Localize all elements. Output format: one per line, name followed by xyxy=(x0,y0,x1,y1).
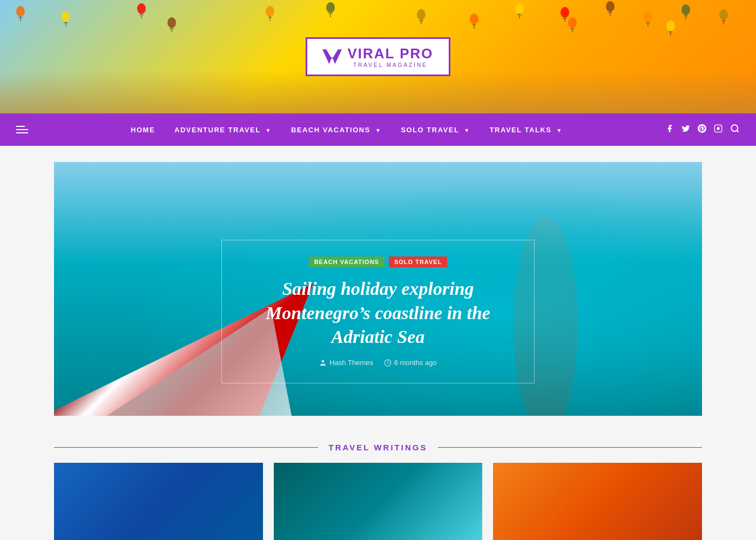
section-line-left xyxy=(54,447,318,448)
pinterest-link[interactable] xyxy=(698,124,706,135)
svg-line-7 xyxy=(64,22,66,23)
featured-title: Sailing holiday exploring Montenegro’s c… xyxy=(254,277,502,349)
featured-section: BEACH VACATIONS SOLO TRAVEL Sailing holi… xyxy=(0,146,756,427)
author-name: Hash Themes xyxy=(329,359,373,367)
balloon-decoration xyxy=(166,17,177,35)
svg-line-44 xyxy=(610,12,612,13)
svg-point-1 xyxy=(16,6,25,17)
twitter-icon xyxy=(681,124,690,133)
svg-point-21 xyxy=(326,2,335,13)
featured-content: BEACH VACATIONS SOLO TRAVEL Sailing holi… xyxy=(54,240,702,416)
nav-beach-vacations[interactable]: BEACH VACATIONS ▼ xyxy=(291,126,381,134)
featured-frame: BEACH VACATIONS SOLO TRAVEL Sailing holi… xyxy=(221,240,535,383)
svg-point-29 xyxy=(470,14,478,24)
pinterest-icon xyxy=(698,124,706,133)
svg-point-49 xyxy=(681,4,690,15)
balloon-decoration xyxy=(416,9,427,27)
svg-line-64 xyxy=(671,31,673,32)
svg-point-9 xyxy=(137,3,146,14)
section-line-right xyxy=(438,447,702,448)
svg-line-15 xyxy=(170,28,172,29)
author-meta: Hash Themes xyxy=(319,359,373,367)
time-ago: 6 months ago xyxy=(394,359,437,367)
section-title: TRAVEL WRITINGS xyxy=(329,443,428,452)
twitter-link[interactable] xyxy=(681,124,690,135)
tag-beach-vacations[interactable]: BEACH VACATIONS xyxy=(309,256,384,267)
svg-line-4 xyxy=(21,17,23,18)
facebook-link[interactable] xyxy=(665,124,674,135)
svg-point-61 xyxy=(666,21,675,31)
hero-banner: VIRAL PRO TRAVEL MAGAZINE xyxy=(0,0,756,113)
svg-point-25 xyxy=(417,9,426,20)
hamburger-menu[interactable] xyxy=(16,126,28,133)
balloon-decoration xyxy=(325,2,336,19)
balloon-decoration xyxy=(136,3,147,21)
balloon-decoration xyxy=(605,1,616,18)
svg-line-48 xyxy=(648,22,650,23)
balloon-decoration xyxy=(15,6,26,24)
svg-line-28 xyxy=(421,20,423,21)
site-logo[interactable]: VIRAL PRO TRAVEL MAGAZINE xyxy=(306,37,450,76)
instagram-icon xyxy=(714,124,723,133)
logo-v-icon xyxy=(322,47,342,66)
balloon-decoration xyxy=(718,9,729,28)
instagram-link[interactable] xyxy=(714,124,723,135)
clock-icon xyxy=(384,359,392,367)
nav-travel-talks[interactable]: TRAVEL TALKS ▼ xyxy=(490,126,563,134)
svg-line-8 xyxy=(66,22,68,23)
svg-line-16 xyxy=(172,28,174,29)
nav-adventure-travel[interactable]: ADVENTURE TRAVEL ▼ xyxy=(174,126,272,134)
search-button[interactable] xyxy=(730,124,740,136)
card-3-image xyxy=(493,463,702,540)
balloon-decoration xyxy=(514,3,525,22)
svg-line-39 xyxy=(563,18,565,19)
svg-line-55 xyxy=(721,20,724,21)
time-meta: 6 months ago xyxy=(384,359,437,367)
nav-solo-travel[interactable]: SOLO TRAVEL ▼ xyxy=(401,126,470,134)
facebook-icon xyxy=(665,124,674,133)
balloon-decoration xyxy=(643,11,653,29)
svg-point-45 xyxy=(644,11,652,22)
svg-line-52 xyxy=(686,15,688,16)
nav-home[interactable]: HOME xyxy=(131,126,155,134)
svg-line-24 xyxy=(330,13,333,14)
svg-point-67 xyxy=(731,125,738,131)
svg-line-68 xyxy=(737,130,738,132)
logo-name: VIRAL PRO xyxy=(347,45,433,62)
balloon-decoration xyxy=(469,14,480,31)
svg-point-37 xyxy=(561,7,569,18)
svg-point-53 xyxy=(719,9,728,20)
svg-point-17 xyxy=(266,6,274,17)
section-title-wrapper: TRAVEL WRITINGS xyxy=(0,427,756,463)
nav-links: HOME ADVENTURE TRAVEL ▼ BEACH VACATIONS … xyxy=(28,125,665,134)
tag-solo-travel[interactable]: SOLO TRAVEL xyxy=(389,256,447,267)
card-2-image xyxy=(274,463,483,540)
balloon-decoration xyxy=(567,17,578,35)
svg-line-20 xyxy=(270,17,272,18)
card-1-image xyxy=(54,463,263,540)
svg-point-41 xyxy=(606,1,615,12)
svg-line-32 xyxy=(474,24,476,25)
svg-line-11 xyxy=(139,14,141,15)
featured-article[interactable]: BEACH VACATIONS SOLO TRAVEL Sailing holi… xyxy=(54,162,702,416)
tag-row: BEACH VACATIONS SOLO TRAVEL xyxy=(254,256,502,267)
svg-line-27 xyxy=(419,20,421,21)
svg-line-36 xyxy=(519,14,522,15)
svg-point-69 xyxy=(322,360,325,362)
card-3[interactable] xyxy=(493,463,702,540)
svg-line-47 xyxy=(646,22,648,23)
svg-line-31 xyxy=(472,24,474,25)
svg-line-19 xyxy=(268,17,270,18)
svg-point-33 xyxy=(515,3,524,14)
svg-point-13 xyxy=(167,17,176,28)
svg-line-56 xyxy=(724,20,726,21)
svg-line-3 xyxy=(18,17,21,18)
social-links xyxy=(665,124,740,136)
card-1[interactable] xyxy=(54,463,263,540)
navbar: HOME ADVENTURE TRAVEL ▼ BEACH VACATIONS … xyxy=(0,113,756,146)
svg-line-59 xyxy=(570,28,572,29)
svg-line-35 xyxy=(517,14,519,15)
svg-point-5 xyxy=(62,11,70,22)
card-2[interactable] xyxy=(274,463,483,540)
author-icon xyxy=(319,359,327,367)
